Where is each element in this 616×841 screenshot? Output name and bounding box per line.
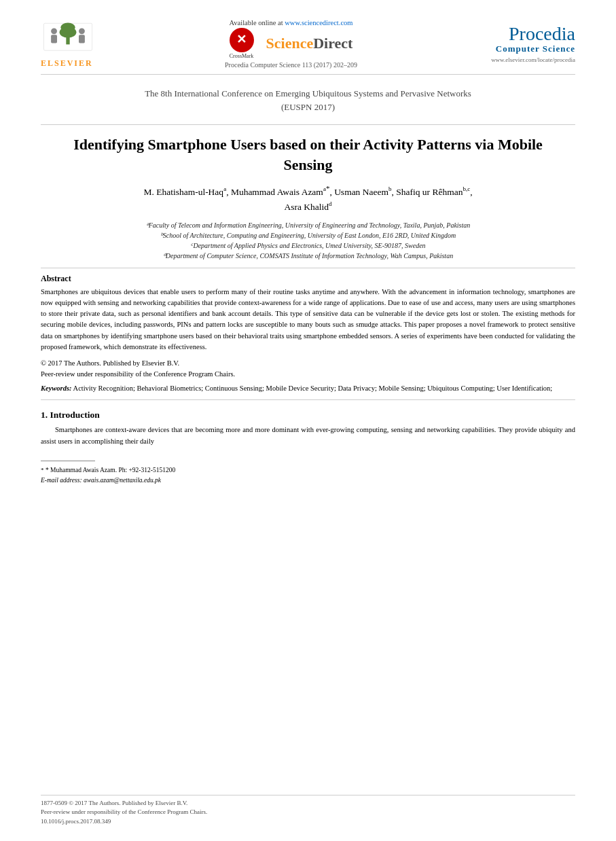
section-1: 1. Introduction Smartphones are context-… bbox=[41, 410, 575, 447]
svg-rect-2 bbox=[51, 35, 57, 43]
section-1-text: Smartphones are context-aware devices th… bbox=[41, 425, 575, 447]
svg-point-5 bbox=[60, 26, 77, 37]
crossmark-cross-symbol: ✕ bbox=[236, 33, 247, 46]
abstract-section: Abstract Smartphones are ubiquitous devi… bbox=[41, 274, 575, 395]
footnote-block: * * Muhammad Awais Azam. Ph: +92-312-515… bbox=[41, 465, 575, 485]
procedia-subtitle: Computer Science bbox=[467, 43, 575, 54]
crossmark-badge: ✕ CrossMark bbox=[230, 28, 254, 59]
affil-sup-a: a bbox=[223, 185, 226, 192]
page-footer: 1877-0509 © 2017 The Authors. Published … bbox=[41, 795, 575, 827]
footnote-email-line: E-mail address: awais.azam@nettaxila.edu… bbox=[41, 476, 575, 485]
affiliation-c: ᶜDepartment of Applied Physics and Elect… bbox=[41, 240, 575, 251]
svg-point-1 bbox=[51, 28, 57, 34]
available-online-text: Available online at www.sciencedirect.co… bbox=[115, 19, 467, 26]
abstract-bottom-divider bbox=[41, 399, 575, 400]
conference-banner: The 8th International Conference on Emer… bbox=[41, 80, 575, 119]
crossmark-icon: ✕ bbox=[230, 28, 254, 52]
affiliations-block: ᵃFaculty of Telecom and Information Engi… bbox=[41, 220, 575, 261]
authors-block: M. Ehatisham-ul-Haqa, Muhammad Awais Aza… bbox=[41, 183, 575, 214]
keywords-block: Keywords: Activity Recognition; Behavior… bbox=[41, 383, 575, 395]
svg-point-6 bbox=[79, 28, 85, 34]
page: ELSEVIER Available online at www.science… bbox=[0, 0, 616, 841]
footer-peer-review: Peer-review under responsibility of the … bbox=[41, 808, 207, 815]
footnote-email-address: awais.azam@nettaxila.edu.pk bbox=[84, 477, 161, 484]
affil-sup-d: d bbox=[329, 200, 332, 207]
keywords-label: Keywords: bbox=[41, 384, 72, 392]
footer-issn: 1877-0509 © 2017 The Authors. Published … bbox=[41, 800, 187, 806]
conference-line2: (EUSPN 2017) bbox=[41, 101, 575, 114]
elsevier-brand-text: ELSEVIER bbox=[41, 58, 93, 69]
peer-review-line: Peer-review under responsibility of the … bbox=[41, 370, 235, 378]
authors-line2: Asra Khalidd bbox=[41, 199, 575, 214]
footnote-star-symbol: * bbox=[41, 467, 44, 473]
footnote-divider bbox=[41, 461, 95, 461]
affiliation-b: ᵇSchool of Architecture, Computing and E… bbox=[41, 230, 575, 240]
crossmark-label: CrossMark bbox=[230, 53, 254, 59]
sciencedirect-logo-text: ScienceDirect bbox=[266, 35, 353, 52]
sd-logo-science: Science bbox=[266, 35, 314, 52]
corresponding-star: * bbox=[326, 184, 330, 192]
footnote-email-label: E-mail address: bbox=[41, 477, 82, 484]
copyright-line1: © 2017 The Authors. Published by Elsevie… bbox=[41, 359, 179, 367]
header-center: Available online at www.sciencedirect.co… bbox=[115, 19, 467, 69]
abstract-top-divider bbox=[41, 268, 575, 268]
affiliation-a: ᵃFaculty of Telecom and Information Engi… bbox=[41, 220, 575, 230]
sciencedirect-link[interactable]: www.sciencedirect.com bbox=[285, 19, 352, 26]
article-title: Identifying Smartphone Users based on th… bbox=[41, 135, 575, 175]
affil-sup-bc: b,c bbox=[463, 185, 470, 192]
authors-line1: M. Ehatisham-ul-Haqa, Muhammad Awais Aza… bbox=[41, 183, 575, 199]
sd-logo-direct: Direct bbox=[313, 35, 352, 52]
footer-text-block: 1877-0509 © 2017 The Authors. Published … bbox=[41, 799, 575, 827]
elsevier-logo-area: ELSEVIER bbox=[41, 20, 115, 69]
procedia-title: Procedia bbox=[467, 24, 575, 43]
abstract-label: Abstract bbox=[41, 274, 575, 284]
sciencedirect-logo: ScienceDirect bbox=[266, 35, 353, 52]
footnote-author-note: * Muhammad Awais Azam. Ph: +92-312-51512… bbox=[46, 467, 175, 473]
section-1-heading: 1. Introduction bbox=[41, 410, 575, 420]
journal-reference: Procedia Computer Science 113 (2017) 202… bbox=[115, 61, 467, 69]
elsevier-tree-icon bbox=[41, 20, 95, 57]
header-divider bbox=[41, 74, 575, 75]
affiliation-d: ᵈDepartment of Computer Science, COMSATS… bbox=[41, 251, 575, 261]
procedia-logo-area: Procedia Computer Science www.elsevier.c… bbox=[467, 24, 575, 63]
footer-doi: 10.1016/j.procs.2017.08.349 bbox=[41, 818, 111, 825]
header: ELSEVIER Available online at www.science… bbox=[41, 19, 575, 69]
svg-rect-7 bbox=[79, 35, 85, 43]
abstract-text: Smartphones are ubiquitous devices that … bbox=[41, 287, 575, 353]
copyright-text: © 2017 The Authors. Published by Elsevie… bbox=[41, 358, 575, 380]
affil-sup-b: b bbox=[388, 185, 392, 192]
keywords-text: Activity Recognition; Behavioral Biometr… bbox=[73, 384, 553, 392]
footnote-star-line: * * Muhammad Awais Azam. Ph: +92-312-515… bbox=[41, 465, 575, 476]
procedia-url: www.elsevier.com/locate/procedia bbox=[467, 56, 575, 63]
conference-line1: The 8th International Conference on Emer… bbox=[41, 87, 575, 101]
conference-divider bbox=[41, 124, 575, 125]
